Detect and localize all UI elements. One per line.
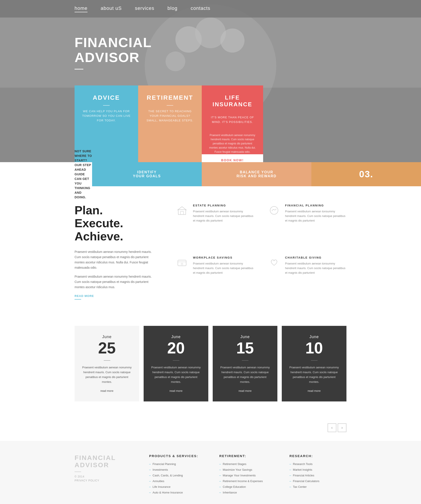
step2-line2: RISK AND REWARD	[237, 174, 276, 178]
event2-month: June	[150, 335, 202, 339]
event-card-2: June 20 Praesent vestibulum aenean nonum…	[144, 326, 208, 402]
svg-point-11	[181, 263, 183, 265]
hero-heading: FINANCIAL ADVISOR	[74, 35, 152, 65]
retirement-card[interactable]: RETIREMENT THE SECRET TO REACHING YOUR F…	[138, 85, 202, 162]
event2-read-more[interactable]: read more	[170, 389, 183, 392]
step-number[interactable]: 03.	[311, 162, 421, 186]
footer: FINANCIAL ADVISOR © 2014 PRIVACY POLICY …	[0, 441, 421, 504]
step-cards: IDENTIFY YOUR GOALS BALANCE YOUR RISK AN…	[92, 162, 421, 186]
footer-link-maximize-savings: Maximize Your Savings	[219, 468, 276, 471]
charitable-giving-desc: Praesent vestibulum aenean tonsummy hend…	[285, 261, 347, 275]
service-estate-planning: ESTATE PLANNING Praesent vestibulum aene…	[175, 204, 254, 247]
footer-link-financial-planning: Financial Planning	[149, 462, 206, 466]
insurance-subtitle: IT'S MORE THAN PEACE OF MIND. IT'S POSSI…	[208, 115, 256, 125]
financial-planning-desc: Praesent vestibulum aenean tonsummy hend…	[285, 209, 347, 223]
event1-read-more[interactable]: read more	[100, 389, 113, 392]
read-more-link[interactable]: READ MORE	[74, 294, 94, 298]
nav-services[interactable]: services	[135, 6, 154, 12]
step-section: NOT SURE WHERE TO START? OUR STEP AHEAD …	[0, 162, 421, 186]
step1-line2: YOUR GOALS	[133, 174, 161, 178]
prev-page-button[interactable]: ‹	[328, 423, 336, 432]
step-balance[interactable]: BALANCE YOUR RISK AND REWARD	[202, 162, 311, 186]
footer-link-financial-calculators: Financial Calculators	[289, 479, 347, 483]
events-section: June 25 Praesent vestibulum aenean nonum…	[0, 317, 421, 419]
svg-rect-8	[180, 211, 183, 215]
retirement-divider	[167, 105, 173, 106]
insurance-title: LIFE INSURANCE	[208, 94, 256, 108]
estate-planning-icon	[175, 204, 189, 217]
footer-link-cash-cards: Cash, Cards, & Lending	[149, 474, 206, 477]
financial-planning-info: FINANCIAL PLANNING Praesent vestibulum a…	[285, 204, 347, 223]
next-page-button[interactable]: ›	[338, 423, 347, 432]
service-workplace-savings: WORKPLACE SAVINGS Praesent vestibulum ae…	[175, 256, 254, 299]
event1-month: June	[81, 335, 133, 339]
event3-text: Praesent vestibulum aenean nonummy hendr…	[219, 365, 271, 384]
main-para2: Praesent vestibulum aenean nonummy hendr…	[74, 274, 153, 290]
book-now-button[interactable]: BOOK NOW!	[221, 158, 244, 162]
footer-research-heading: RESEARCH:	[289, 454, 347, 458]
footer-link-manage-investments: Manage Your Investments	[219, 474, 276, 477]
services-grid: ESTATE PLANNING Praesent vestibulum aene…	[175, 204, 347, 300]
retirement-subtitle: THE SECRET TO REACHING YOUR FINANCIAL GO…	[145, 109, 195, 123]
footer-link-investments: Investments	[149, 468, 206, 471]
main-para1: Praesent vestibulum aenean nonummy hendr…	[74, 249, 153, 270]
pagination: ‹ ›	[0, 419, 421, 441]
estate-planning-title: ESTATE PLANNING	[193, 204, 254, 207]
nav-home[interactable]: home	[74, 6, 87, 12]
footer-link-research-tools: Research Tools	[289, 462, 347, 466]
footer-products-heading: PRODUCTS & SERVICES:	[149, 454, 206, 458]
footer-link-financial-articles: Financial Articles	[289, 474, 347, 477]
footer-brand-divider	[74, 472, 81, 472]
footer-brand: FINANCIAL ADVISOR © 2014 PRIVACY POLICY	[74, 454, 136, 496]
footer-link-tax-center: Tax Center	[289, 485, 347, 488]
step2-line1: BALANCE YOUR	[237, 170, 276, 174]
step-identify[interactable]: IDENTIFY YOUR GOALS	[92, 162, 202, 186]
event4-read-more[interactable]: read more	[308, 389, 321, 392]
hero-cards: ADVICE WE CAN HELP YOU PLAN FOR TOMORROW…	[74, 85, 265, 162]
step-text: NOT SURE WHERE TO START? OUR STEP AHEAD …	[0, 162, 92, 186]
events-grid: June 25 Praesent vestibulum aenean nonum…	[74, 326, 347, 402]
event-card-3: June 15 Praesent vestibulum aenean nonum…	[213, 326, 277, 402]
footer-link-inheritance: Inheritance	[219, 491, 276, 494]
event1-day: 25	[81, 340, 133, 356]
footer-retirement-heading: RETIREMENT:	[219, 454, 276, 458]
nav-blog[interactable]: blog	[168, 6, 178, 12]
event2-divider	[173, 360, 179, 361]
footer-link-auto-home: Auto & Home Insurance	[149, 491, 206, 494]
advice-subtitle: WE CAN HELP YOU PLAN FOR TOMORROW SO YOU…	[81, 109, 132, 123]
footer-link-college-education: College Education	[219, 485, 276, 488]
footer-link-retirement-income: Retirement Income & Expenses	[219, 479, 276, 483]
event3-month: June	[219, 335, 271, 339]
main-content: Plan. Execute. Achieve. Praesent vestibu…	[0, 186, 421, 317]
footer-privacy: PRIVACY POLICY	[74, 479, 136, 482]
event-card-1: June 25 Praesent vestibulum aenean nonum…	[74, 326, 139, 402]
main-left: Plan. Execute. Achieve. Praesent vestibu…	[74, 204, 153, 300]
main-heading: Plan. Execute. Achieve.	[74, 204, 153, 243]
book-btn-wrapper: BOOK NOW!	[202, 154, 263, 162]
charitable-giving-title: CHARITABLE GIVING	[285, 256, 347, 259]
event3-read-more[interactable]: read more	[238, 389, 251, 392]
event4-text: Praesent vestibulum aenean nonummy hendr…	[288, 365, 340, 384]
insurance-card[interactable]: LIFE INSURANCE IT'S MORE THAN PEACE OF M…	[202, 85, 263, 162]
step1-line1: IDENTIFY	[133, 170, 161, 174]
charitable-giving-icon	[268, 256, 281, 269]
retirement-title: RETIREMENT	[147, 94, 193, 101]
event4-month: June	[288, 335, 340, 339]
nav-contacts[interactable]: contacts	[190, 6, 210, 12]
event3-day: 15	[219, 340, 271, 356]
nav-about[interactable]: about uS	[101, 6, 122, 12]
service-charitable-giving: CHARITABLE GIVING Praesent vestibulum ae…	[268, 256, 347, 299]
event4-divider	[311, 360, 317, 361]
footer-link-life-insurance: Life Insurance	[149, 485, 206, 488]
footer-link-retirement-stages: Retirement Stages	[219, 462, 276, 466]
nav-links: home about uS services blog contacts	[74, 6, 210, 12]
workplace-savings-icon	[175, 256, 189, 269]
workplace-savings-title: WORKPLACE SAVINGS	[193, 256, 254, 259]
footer-products-list: Financial Planning Investments Cash, Car…	[149, 462, 206, 494]
footer-copyright: © 2014	[74, 475, 136, 478]
estate-planning-info: ESTATE PLANNING Praesent vestibulum aene…	[193, 204, 254, 223]
estate-planning-desc: Praesent vestibulum aenean tonsummy hend…	[193, 209, 254, 223]
advice-title: ADVICE	[93, 94, 120, 101]
footer-retirement: RETIREMENT: Retirement Stages Maximize Y…	[219, 454, 276, 496]
svg-point-9	[270, 206, 278, 214]
